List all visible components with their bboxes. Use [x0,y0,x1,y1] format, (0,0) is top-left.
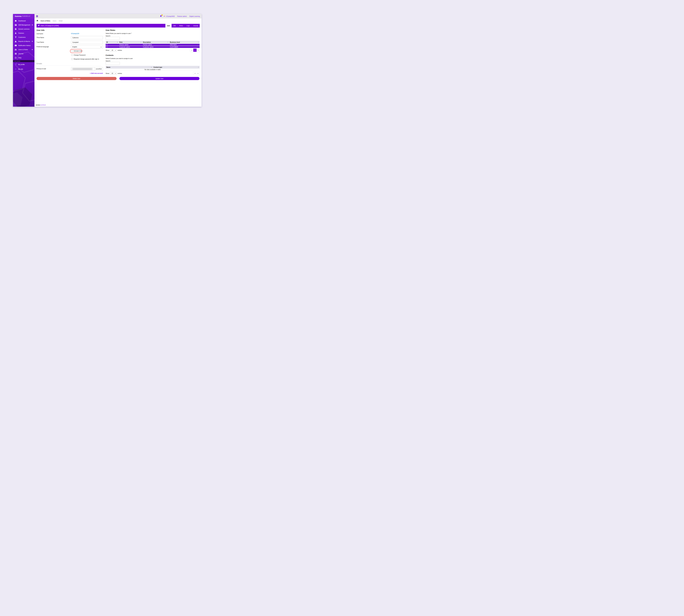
sort-asc-icon: ▲ [150,67,152,68]
breadcrumb-users[interactable]: Users [53,20,56,22]
contexts-col-name[interactable]: Name ▲ [106,66,153,69]
chevron-down-icon [100,46,101,47]
user-info-heading: User Info [37,29,45,31]
primary-email-group: unverified [71,67,103,71]
sort-asc-icon: ▲ [116,42,118,43]
detail-header-bar: User | CCamp123 (#264) Edit Info Roles L… [37,24,200,27]
expand-plus-icon[interactable]: + [32,40,33,42]
sidebar-item-reports-alarms[interactable]: Reports & Alarms + [13,39,35,43]
notification-bell-icon[interactable]: 3 [160,15,162,18]
detail-tabs: Edit Info Roles Logs Journal [165,24,200,28]
page-title: User | CCamp123 (#264) [41,25,59,27]
required-change-password-row: Required change password after sign in [71,58,99,60]
activate-user-row: Activate User [71,50,82,52]
tab-roles[interactable]: Roles [178,24,185,28]
roles-table-row-selected[interactable]: 3 Partner admin Partner admin PARTNER [106,44,200,46]
topbar-username[interactable]: CCamp2403 [166,16,175,17]
column-label: Role [119,41,122,43]
contexts-page-size-select[interactable]: 10 [110,72,117,75]
sidebar-item-notification-history[interactable]: Notification history [13,43,35,47]
first-name-label: *First Name [37,37,44,38]
roles-pagination: ◀◀ 1 ▶▶ [190,48,200,52]
tag-icon [38,25,40,27]
cell-role: Partner admin [119,44,142,46]
sidebar-menu: Dashboard SIM Management + Generic servi… [13,19,35,71]
contexts-heading: Contexts [106,54,114,56]
sidebar-item-my-info[interactable]: My info [13,67,35,71]
column-label: Name [107,66,110,68]
breadcrumb-users-roles[interactable]: Users & Roles [41,20,50,22]
expand-plus-icon[interactable]: + [32,24,33,26]
topbar-org[interactable]: Digital Learning [189,16,200,17]
expand-plus-icon[interactable]: + [32,49,33,50]
sort-both-icon: ▲▼ [140,42,141,43]
tab-info[interactable]: Info [172,24,178,28]
update-user-button[interactable]: Update User [119,77,200,80]
roles-col-description[interactable]: Description ▲▼ [142,41,169,44]
first-name-field[interactable]: Catherine [71,36,103,39]
hamburger-menu-icon[interactable] [36,15,38,17]
circle-bullet-icon [15,64,16,65]
delete-user-button[interactable]: Delete User [37,77,117,80]
last-page-icon[interactable]: ▶▶ [197,72,200,75]
primary-email-field[interactable] [71,67,94,70]
sidebar-item-customers[interactable]: Customers [13,35,35,39]
sidebar-item-label: Reports & Alarms [18,41,30,42]
change-password-checkbox[interactable] [71,54,73,56]
sort-both-icon: ▲▼ [197,67,199,68]
roles-table-header: ID ▲ Role ▲▼ Description ▲▼ Business lev… [106,41,200,44]
first-page-icon[interactable]: ◀◀ [193,72,197,75]
cell-id: 4 [106,46,119,48]
tab-edit[interactable]: Edit [165,24,172,28]
sidebar-item-dashboard[interactable]: Dashboard [13,19,35,23]
roles-col-business-level[interactable]: Business level ▲▼ [169,41,200,44]
sidebar-item-label: Notification history [18,45,31,46]
topbar-role[interactable]: Partner admin [177,16,187,17]
current-page-button[interactable]: 1 [193,49,197,52]
roles-col-id[interactable]: ID ▲ [106,41,119,44]
column-label: Description [143,41,151,43]
sidebar-item-generic-services[interactable]: Generic services [13,27,35,31]
first-page-icon[interactable]: ◀◀ [190,49,193,52]
list-icon [15,53,17,54]
sidebar-item-label: Customers [18,37,26,38]
topbar: 3 CCamp2403 Partner admin Digital Learni… [35,14,202,19]
tab-logs[interactable]: Logs [185,24,191,28]
roles-search-input[interactable] [106,37,120,40]
brand-logo: Gamma FUSION IoT [13,14,35,19]
contexts-show-entries: Show 10 entries [106,72,122,75]
sidebar: Gamma FUSION IoT Dashboard SIM Managemen… [13,14,35,107]
user-roles-subtitle: Select Roles you want to assign to user … [106,32,132,34]
sidebar-item-users-roles[interactable]: Users & Roles + [13,47,35,51]
contexts-col-context-type[interactable]: Context type ▲▼ [153,66,200,69]
sidebar-item-my-profile[interactable]: My profile [13,62,35,67]
sidebar-item-partners[interactable]: Partners [13,31,35,35]
roles-col-role[interactable]: Role ▲▼ [119,41,142,44]
sidebar-item-label: FAQ [18,57,21,59]
column-label: ID [107,41,108,43]
required-change-password-checkbox[interactable] [71,58,73,60]
roles-page-size-select[interactable]: 10 [110,49,117,51]
preferred-language-label: Preferred language [37,46,49,47]
version-value[interactable]: 3.173.13 [41,104,46,106]
contexts-table: Name ▲ Context type ▲▼ No data available… [106,66,200,71]
language-select[interactable]: English [71,45,103,48]
chevron-down-icon [115,50,116,51]
cell-id: 3 [106,44,119,46]
sidebar-item-sim-management[interactable]: SIM Management + [13,23,35,27]
roles-table-row-selected[interactable]: 4 Customer admin Customer admin CUSTOMER [106,46,200,48]
contexts-search-label: Search: [106,60,111,62]
last-page-icon[interactable]: ▶▶ [197,49,200,52]
breadcrumb-detail: Detail [59,20,63,22]
redacted-email-blur [72,68,92,70]
last-name-field[interactable]: Campbell [71,41,103,44]
activate-user-checkbox[interactable] [71,50,73,52]
add-new-account-link[interactable]: + Add new account [71,72,103,74]
sidebar-item-faq[interactable]: ? FAQ [13,56,35,60]
contexts-search-input[interactable] [106,62,120,65]
tab-journal[interactable]: Journal [191,24,200,28]
home-icon[interactable] [37,20,38,22]
sidebar-item-label: Journal [18,53,23,54]
cell-description: Partner admin [142,44,169,46]
sidebar-item-journal[interactable]: Journal [13,51,35,56]
